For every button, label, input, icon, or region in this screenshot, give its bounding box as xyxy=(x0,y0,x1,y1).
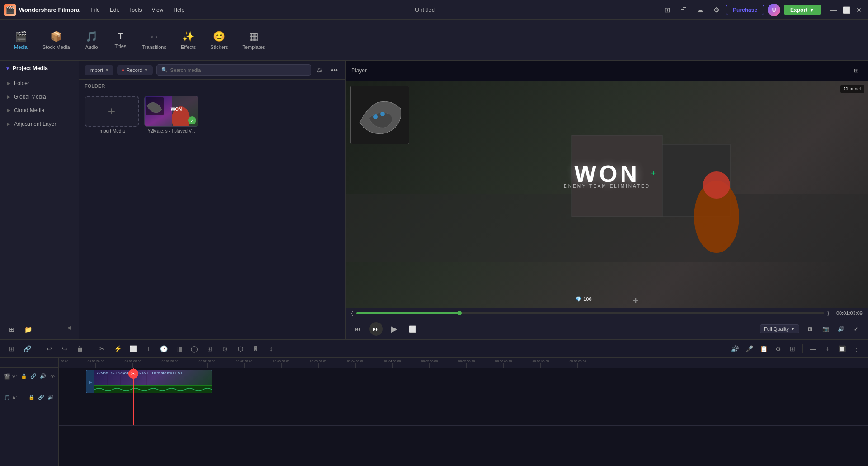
text-button[interactable]: T xyxy=(142,342,155,355)
settings-icon[interactable]: ⚙ xyxy=(710,4,722,16)
mask-button[interactable]: ⊞ xyxy=(203,342,216,355)
toolbar-audio[interactable]: 🎵 Audio xyxy=(78,28,105,52)
minimize-button[interactable]: — xyxy=(828,5,839,15)
menu-view[interactable]: View xyxy=(147,5,168,15)
svg-point-12 xyxy=(373,114,378,119)
snap-button[interactable]: ⊞ xyxy=(786,342,799,355)
preview-expand-icon[interactable]: ⊞ xyxy=(850,64,863,77)
monitor-icon[interactable]: ⊞ xyxy=(661,4,674,16)
toolbar-templates[interactable]: ▦ Templates xyxy=(236,28,271,52)
progress-bar[interactable] xyxy=(356,312,824,314)
zoom-in-button[interactable]: + xyxy=(821,342,834,355)
toolbar-effects[interactable]: ✨ Effects xyxy=(175,28,202,52)
track-link-button[interactable]: 🔗 xyxy=(29,372,38,380)
audio-mute-button[interactable]: 🔊 xyxy=(47,394,55,402)
svg-text:00:04:00:00: 00:04:00:00 xyxy=(347,360,364,363)
screenshot-icon[interactable]: 📷 xyxy=(819,323,832,335)
score-text: Channel xyxy=(844,86,861,91)
preview-header-icons: ⊞ xyxy=(850,64,863,77)
play-button[interactable]: ▶ xyxy=(387,322,401,336)
svg-text:00:03:30:00: 00:03:30:00 xyxy=(310,360,327,363)
timeline-settings-button[interactable]: ⚙ xyxy=(772,342,784,355)
video-track-icon: 🎬 xyxy=(4,373,10,380)
track-hide-button[interactable]: 👁 xyxy=(48,372,57,380)
audio-track-controls: 🔒 🔗 🔊 xyxy=(28,394,55,402)
media-clip-item[interactable]: WON ✓ Y2Mate.is - I played V... xyxy=(144,96,198,133)
export-button[interactable]: Export ▼ xyxy=(784,5,821,15)
audio-tool-button[interactable]: 🔊 xyxy=(728,342,741,355)
bracket-left[interactable]: { xyxy=(351,311,353,316)
maximize-button[interactable]: ⬜ xyxy=(841,5,852,15)
audio-link-button[interactable]: 🔗 xyxy=(37,394,45,402)
filter-button[interactable]: ⚖ xyxy=(315,66,325,75)
minimap-svg xyxy=(351,86,409,144)
import-button[interactable]: Import ▼ xyxy=(85,65,113,75)
clipboard-button[interactable]: 📋 xyxy=(757,342,770,355)
stop-button[interactable]: ⬜ xyxy=(406,322,419,336)
step-back-button[interactable]: ⏭ xyxy=(369,322,383,336)
track-mute-button[interactable]: 🔊 xyxy=(39,372,47,380)
minimap xyxy=(350,86,409,144)
new-item-button[interactable]: 📁 xyxy=(22,323,34,336)
nav-adjustment-layer[interactable]: ▶ Adjustment Layer xyxy=(0,117,79,131)
panel-header: ▼ Project Media xyxy=(0,61,79,76)
score-display: Channel xyxy=(840,85,864,93)
smart-cut-button[interactable]: ⚡ xyxy=(111,342,124,355)
avatar[interactable]: U xyxy=(768,4,780,16)
more-button[interactable]: ••• xyxy=(329,66,340,75)
toolbar-titles[interactable]: T Titles xyxy=(107,29,134,52)
menu-help[interactable]: Help xyxy=(169,5,189,15)
toolbar-transitions[interactable]: ↔ Transitions xyxy=(136,28,173,52)
screen-fit-icon[interactable]: ⊞ xyxy=(804,323,816,335)
toolbar-stock-media[interactable]: 📦 Stock Media xyxy=(36,28,76,52)
menu-tools[interactable]: Tools xyxy=(124,5,146,15)
track-lock-button[interactable]: 🔒 xyxy=(20,372,28,380)
folder-label: Folder xyxy=(14,80,29,86)
shape-button[interactable]: ◯ xyxy=(188,342,201,355)
purchase-button[interactable]: Purchase xyxy=(726,5,764,15)
svg-rect-44 xyxy=(94,386,212,393)
add-folder-button[interactable]: ⊞ xyxy=(5,323,18,336)
preview-area: + xyxy=(346,81,868,308)
record-button[interactable]: ● Record ▼ xyxy=(117,65,152,75)
redo-button[interactable]: ↪ xyxy=(58,342,71,355)
toolbar-media[interactable]: 🎬 Media xyxy=(7,28,34,52)
search-input[interactable] xyxy=(170,67,307,73)
layout-icon[interactable]: 🗗 xyxy=(677,4,690,16)
undo-button[interactable]: ↩ xyxy=(43,342,56,355)
menu-file[interactable]: File xyxy=(86,5,104,15)
toolbar-stickers[interactable]: 😊 Stickers xyxy=(204,28,234,52)
playhead[interactable]: ✂ xyxy=(133,368,134,400)
import-media-item[interactable]: + Import Media xyxy=(85,96,139,133)
nav-cloud-media[interactable]: ▶ Cloud Media xyxy=(0,104,79,117)
fit-button[interactable]: 🔲 xyxy=(835,342,848,355)
bracket-right[interactable]: } xyxy=(828,311,829,316)
speed-button[interactable]: 🕐 xyxy=(157,342,170,355)
audio-lock-button[interactable]: 🔒 xyxy=(28,394,36,402)
grid-button[interactable]: ▦ xyxy=(173,342,185,355)
delete-button[interactable]: 🗑 xyxy=(74,342,86,355)
more-tools-button[interactable]: ⋮ xyxy=(850,342,863,355)
close-button[interactable]: ✕ xyxy=(854,5,864,15)
audio-eq-button[interactable]: ⊙ xyxy=(219,342,231,355)
volume-icon[interactable]: 🔊 xyxy=(835,323,847,335)
zoom-out-button[interactable]: — xyxy=(807,342,819,355)
quality-select[interactable]: Full Quality ▼ xyxy=(760,324,799,333)
video-clip[interactable]: ▶ Y2Mate.is - I played VALORANT... Here … xyxy=(86,370,212,393)
record-tool-button[interactable]: 🎤 xyxy=(743,342,755,355)
cut-button[interactable]: ✂ xyxy=(96,342,108,355)
color-button[interactable]: 🎚 xyxy=(250,342,262,355)
cloud-icon[interactable]: ☁ xyxy=(693,4,706,16)
add-track-button[interactable]: ⊞ xyxy=(5,342,18,355)
rewind-button[interactable]: ⏮ xyxy=(351,322,365,336)
fullscreen-icon[interactable]: ⤢ xyxy=(850,323,863,335)
media-label: Media xyxy=(14,44,28,50)
collapse-panel-button[interactable]: ◀ xyxy=(64,323,73,332)
nav-global-media[interactable]: ▶ Global Media xyxy=(0,90,79,104)
nav-folder[interactable]: ▶ Folder xyxy=(0,76,79,90)
crop-button[interactable]: ⬜ xyxy=(127,342,139,355)
link-button[interactable]: 🔗 xyxy=(21,342,33,355)
transform-button[interactable]: ↕ xyxy=(265,342,278,355)
menu-edit[interactable]: Edit xyxy=(105,5,124,15)
effect-button[interactable]: ⬡ xyxy=(234,342,247,355)
